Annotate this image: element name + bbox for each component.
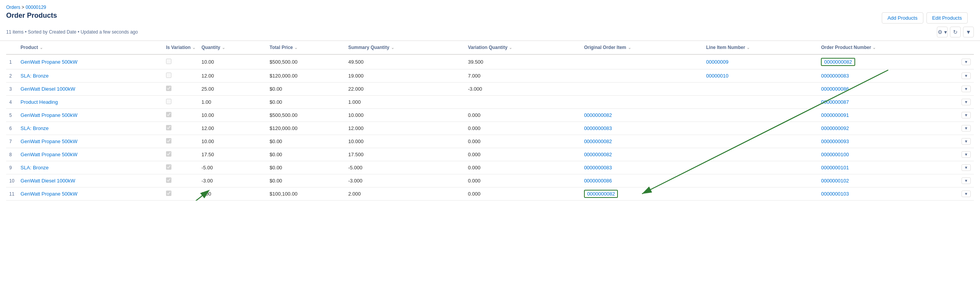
row-actions-cell: ▼ (958, 69, 974, 83)
total-price-cell: $0.00 (267, 135, 345, 148)
is-variation-cell (163, 174, 198, 187)
settings-icon[interactable]: ⚙ ▾ (937, 27, 948, 37)
product-link[interactable]: GenWatt Propane 500kW (20, 152, 77, 157)
row-actions-cell: ▼ (958, 174, 974, 187)
product-link[interactable]: SLA: Bronze (20, 125, 49, 131)
order-product-number-link[interactable]: 0000000082 (821, 58, 855, 66)
col-header-product[interactable]: Product ⌄ (17, 41, 163, 54)
table-row: 6SLA: Bronze12.00$120,000.0012.0000.0000… (6, 122, 974, 135)
product-link[interactable]: GenWatt Diesel 1000kW (20, 86, 75, 92)
is-variation-checkbox[interactable] (166, 177, 171, 183)
add-products-button[interactable]: Add Products (882, 12, 923, 24)
row-action-dropdown[interactable]: ▼ (962, 164, 971, 171)
is-variation-checkbox[interactable] (166, 191, 171, 196)
original-order-item-cell (581, 69, 703, 83)
product-link[interactable]: GenWatt Propane 500kW (20, 138, 77, 144)
col-header-order-product-number[interactable]: Order Product Number ⌄ (818, 41, 958, 54)
row-number: 6 (6, 122, 17, 135)
is-variation-checkbox[interactable] (166, 125, 171, 130)
line-item-number-link[interactable]: 00000010 (706, 73, 728, 79)
original-order-item-link[interactable]: 0000000082 (584, 152, 612, 157)
row-actions-cell: ▼ (958, 148, 974, 161)
original-order-item-link[interactable]: 0000000083 (584, 165, 612, 170)
col-header-is-variation[interactable]: Is Variation ⌄ (163, 41, 198, 54)
row-action-dropdown[interactable]: ▼ (962, 73, 971, 79)
row-action-dropdown[interactable]: ▼ (962, 151, 971, 158)
is-variation-checkbox[interactable] (166, 138, 171, 143)
order-product-number-link[interactable]: 0000000102 (821, 178, 849, 184)
row-action-dropdown[interactable]: ▼ (962, 99, 971, 105)
product-link[interactable]: SLA: Bronze (20, 165, 49, 170)
sort-icon-order-product-number: ⌄ (873, 46, 876, 50)
product-link[interactable]: GenWatt Propane 500kW (20, 112, 77, 118)
order-product-number-cell: 0000000102 (818, 174, 958, 187)
is-variation-checkbox[interactable] (166, 73, 171, 78)
order-product-number-link[interactable]: 0000000083 (821, 73, 849, 79)
edit-products-button[interactable]: Edit Products (926, 12, 968, 24)
is-variation-checkbox[interactable] (166, 164, 171, 170)
order-product-number-link[interactable]: 0000000093 (821, 138, 849, 144)
variation-quantity-cell (465, 96, 581, 109)
sort-icon-summary-quantity: ⌄ (391, 46, 394, 50)
order-product-number-link[interactable]: 0000000101 (821, 165, 849, 170)
line-item-number-cell (703, 148, 818, 161)
summary-quantity-cell: 49.500 (345, 54, 465, 69)
product-link[interactable]: GenWatt Diesel 1000kW (20, 178, 75, 184)
row-action-dropdown[interactable]: ▼ (962, 191, 971, 197)
is-variation-checkbox[interactable] (166, 59, 171, 64)
sort-icon-original-order-item: ⌄ (628, 46, 631, 50)
line-item-number-cell (703, 83, 818, 96)
col-header-quantity[interactable]: Quantity ⌄ (198, 41, 267, 54)
product-link[interactable]: GenWatt Propane 500kW (20, 191, 77, 197)
order-product-number-link[interactable]: 0000000103 (821, 191, 849, 197)
row-action-dropdown[interactable]: ▼ (962, 112, 971, 118)
original-order-item-link[interactable]: 0000000086 (584, 178, 612, 184)
table-row: 3GenWatt Diesel 1000kW25.00$0.0022.000-3… (6, 83, 974, 96)
filter-icon[interactable]: ▼ (963, 27, 974, 37)
col-header-original-order-item[interactable]: Original Order Item ⌄ (581, 41, 703, 54)
total-price-cell: $120,000.00 (267, 122, 345, 135)
order-product-number-cell: 0000000082 (818, 54, 958, 69)
sort-icon-total-price: ⌄ (294, 46, 297, 50)
quantity-cell: -3.00 (198, 174, 267, 187)
summary-quantity-cell: 10.000 (345, 135, 465, 148)
total-price-cell: $500,500.00 (267, 54, 345, 69)
col-header-variation-quantity[interactable]: Variation Quantity ⌄ (465, 41, 581, 54)
original-order-item-link[interactable]: 0000000082 (584, 190, 618, 198)
row-action-dropdown[interactable]: ▼ (962, 86, 971, 92)
total-price-cell: $0.00 (267, 174, 345, 187)
original-order-item-link[interactable]: 0000000083 (584, 125, 612, 131)
refresh-icon[interactable]: ↻ (950, 27, 961, 37)
is-variation-checkbox[interactable] (166, 86, 171, 91)
variation-quantity-cell: 0.000 (465, 109, 581, 122)
line-item-number-link[interactable]: 00000009 (706, 59, 728, 65)
line-item-number-cell: 00000010 (703, 69, 818, 83)
product-link[interactable]: SLA: Bronze (20, 73, 49, 79)
order-product-number-link[interactable]: 0000000086 (821, 86, 849, 92)
col-header-total-price[interactable]: Total Price ⌄ (267, 41, 345, 54)
is-variation-checkbox[interactable] (166, 151, 171, 157)
original-order-item-link[interactable]: 0000000082 (584, 138, 612, 144)
is-variation-checkbox[interactable] (166, 99, 171, 104)
total-price-cell: $0.00 (267, 83, 345, 96)
original-order-item-cell (581, 54, 703, 69)
order-product-number-link[interactable]: 0000000092 (821, 125, 849, 131)
order-product-number-link[interactable]: 0000000091 (821, 112, 849, 118)
breadcrumb-order-id-link[interactable]: 00000129 (25, 5, 46, 10)
order-product-number-link[interactable]: 0000000087 (821, 99, 849, 105)
row-action-dropdown[interactable]: ▼ (962, 59, 971, 65)
col-header-summary-quantity[interactable]: Summary Quantity ⌄ (345, 41, 465, 54)
row-action-dropdown[interactable]: ▼ (962, 138, 971, 145)
product-link[interactable]: GenWatt Propane 500kW (20, 59, 77, 65)
row-action-dropdown[interactable]: ▼ (962, 125, 971, 132)
row-action-dropdown[interactable]: ▼ (962, 177, 971, 184)
breadcrumb-orders-link[interactable]: Orders (6, 5, 20, 10)
is-variation-checkbox[interactable] (166, 112, 171, 117)
product-link[interactable]: Product Heading (20, 99, 58, 105)
order-product-number-link[interactable]: 0000000100 (821, 152, 849, 157)
table-subtitle: 11 items • Sorted by Created Date • Upda… (6, 29, 138, 35)
line-item-number-cell: 00000009 (703, 54, 818, 69)
original-order-item-link[interactable]: 0000000082 (584, 112, 612, 118)
table-row: 8GenWatt Propane 500kW17.50$0.0017.5000.… (6, 148, 974, 161)
col-header-line-item-number[interactable]: Line Item Number ⌄ (703, 41, 818, 54)
